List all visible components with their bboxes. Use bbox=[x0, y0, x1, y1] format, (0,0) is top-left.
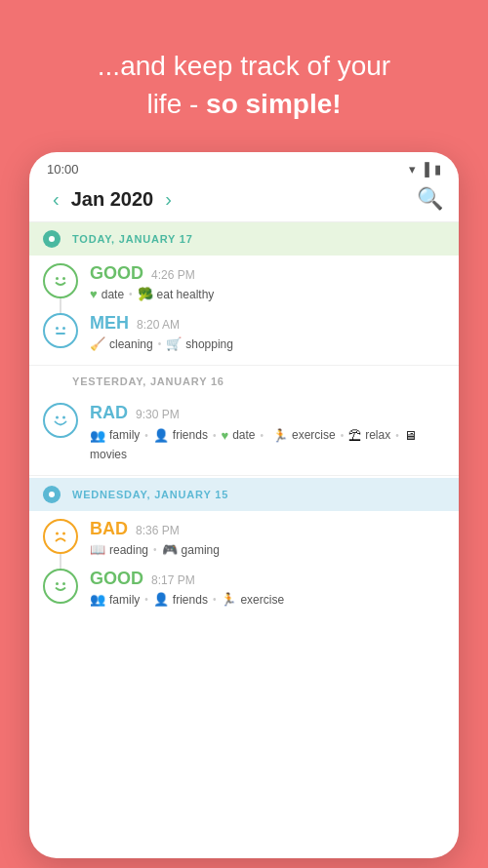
status-icons: ▾ ▐ ▮ bbox=[409, 162, 441, 177]
entry-good-1: GOOD 4:26 PM ♥ date • 🥦 eat healthy bbox=[43, 256, 445, 305]
mood-icon-good bbox=[43, 263, 78, 298]
entry-mood-label-good-2: GOOD bbox=[90, 569, 143, 589]
day-section-yesterday: YESTERDAY, JANUARY 16 RAD bbox=[29, 368, 459, 473]
tag-icon-gaming: 🎮 bbox=[162, 542, 178, 557]
scroll-area[interactable]: TODAY, JANUARY 17 GOOD bbox=[29, 222, 459, 858]
tag-icon-family: 👥 bbox=[90, 428, 105, 443]
tag-icon-family2: 👥 bbox=[90, 592, 105, 607]
day-header-wednesday: WEDNESDAY, JANUARY 15 bbox=[29, 478, 459, 511]
tag-exercise: exercise bbox=[292, 428, 336, 442]
svg-point-1 bbox=[62, 277, 65, 280]
tag-date2: date bbox=[232, 428, 255, 442]
tag-icon-shopping: 🛒 bbox=[166, 336, 182, 351]
svg-point-3 bbox=[62, 327, 65, 330]
nav-bar: ‹ Jan 2020 › 🔍 bbox=[29, 180, 459, 222]
entry-mood-label-good: GOOD bbox=[90, 263, 143, 284]
entry-rad-1: RAD 9:30 PM 👥 family • 👤 friends • ♥ dat… bbox=[43, 395, 445, 465]
entry-good-2: GOOD 8:17 PM 👥 family • 👤 friends • 🏃 ex… bbox=[43, 561, 445, 611]
tag-icon-relax: ⛱ bbox=[348, 428, 361, 443]
tag-sep-rd: • bbox=[153, 544, 157, 555]
hero-text-line2: life - so simple! bbox=[146, 89, 341, 119]
svg-point-5 bbox=[56, 416, 59, 419]
svg-point-9 bbox=[56, 582, 59, 585]
entry-tags-bad: 📖 reading • 🎮 gaming bbox=[90, 542, 445, 557]
svg-point-10 bbox=[62, 582, 65, 585]
tag-separator-1: • bbox=[129, 289, 133, 299]
entries-yesterday: RAD 9:30 PM 👥 family • 👤 friends • ♥ dat… bbox=[29, 395, 459, 473]
tag-gaming: gaming bbox=[182, 543, 220, 557]
tag-exercise2: exercise bbox=[240, 593, 284, 607]
day-section-today: TODAY, JANUARY 17 GOOD bbox=[29, 222, 459, 363]
wifi-icon: ▾ bbox=[409, 162, 416, 177]
svg-point-8 bbox=[62, 533, 65, 535]
day-section-wednesday: WEDNESDAY, JANUARY 15 BAD bbox=[29, 478, 459, 618]
tag-friends2: friends bbox=[173, 593, 208, 607]
next-month-button[interactable]: › bbox=[157, 188, 180, 211]
today-label: TODAY, JANUARY 17 bbox=[72, 233, 193, 245]
tag-relax: relax bbox=[365, 428, 390, 442]
tag-date: date bbox=[102, 288, 124, 301]
tag-sep-d: • bbox=[260, 430, 264, 441]
nav-center: ‹ Jan 2020 › bbox=[45, 188, 180, 211]
battery-icon: ▮ bbox=[434, 162, 441, 177]
entry-content-meh-1: MEH 8:20 AM 🧹 cleaning • 🛒 shopping bbox=[90, 313, 445, 351]
tag-icon-exercise2: 🏃 bbox=[221, 592, 236, 607]
tag-cleaning: cleaning bbox=[109, 337, 153, 351]
status-bar: 10:00 ▾ ▐ ▮ bbox=[29, 152, 459, 180]
entry-tags-good: ♥ date • 🥦 eat healthy bbox=[90, 287, 445, 301]
entry-content-rad-1: RAD 9:30 PM 👥 family • 👤 friends • ♥ dat… bbox=[90, 403, 445, 461]
entry-content-good-1: GOOD 4:26 PM ♥ date • 🥦 eat healthy bbox=[90, 263, 445, 301]
entry-mood-label-bad: BAD bbox=[90, 519, 128, 539]
svg-point-7 bbox=[56, 533, 59, 535]
entry-content-good-2: GOOD 8:17 PM 👥 family • 👤 friends • 🏃 ex… bbox=[90, 569, 445, 607]
entry-meh-1: MEH 8:20 AM 🧹 cleaning • 🛒 shopping bbox=[43, 305, 445, 355]
entries-wednesday: BAD 8:36 PM 📖 reading • 🎮 gaming bbox=[29, 511, 459, 618]
entry-time-rad: 9:30 PM bbox=[136, 408, 180, 421]
tag-sep-f: • bbox=[144, 430, 148, 441]
day-header-today: TODAY, JANUARY 17 bbox=[29, 222, 459, 256]
tag-family: family bbox=[109, 428, 140, 442]
entries-today: GOOD 4:26 PM ♥ date • 🥦 eat healthy bbox=[29, 256, 459, 363]
yesterday-label: YESTERDAY, JANUARY 16 bbox=[72, 375, 224, 387]
tag-family2: family bbox=[109, 593, 140, 607]
tag-icon-exercise: 🏃 bbox=[272, 428, 288, 443]
hero-text-line1: ...and keep track of your bbox=[98, 51, 390, 81]
search-button[interactable]: 🔍 bbox=[417, 186, 443, 212]
entry-mood-label-rad: RAD bbox=[90, 403, 128, 423]
mood-icon-good-2 bbox=[43, 569, 78, 604]
today-dot bbox=[43, 230, 61, 248]
tag-shopping: shopping bbox=[185, 337, 233, 351]
entry-tags-good-2: 👥 family • 👤 friends • 🏃 exercise bbox=[90, 592, 445, 607]
tag-separator-2: • bbox=[158, 338, 162, 349]
day-header-yesterday: YESTERDAY, JANUARY 16 bbox=[29, 368, 459, 395]
tag-icon-friends: 👤 bbox=[153, 428, 169, 443]
entry-bad-1: BAD 8:36 PM 📖 reading • 🎮 gaming bbox=[43, 511, 445, 561]
tag-icon-date2: ♥ bbox=[221, 428, 228, 443]
signal-icon: ▐ bbox=[421, 162, 429, 177]
tag-sep-f2: • bbox=[144, 594, 148, 605]
tag-sep-fr2: • bbox=[213, 594, 217, 605]
phone-mockup: 10:00 ▾ ▐ ▮ ‹ Jan 2020 › 🔍 TODAY, JANUAR… bbox=[29, 152, 459, 858]
entry-time-good-2: 8:17 PM bbox=[151, 573, 195, 587]
tag-icon-movies: 🖥 bbox=[404, 428, 417, 443]
tag-healthy: eat healthy bbox=[157, 288, 215, 301]
tag-icon-date: ♥ bbox=[90, 287, 98, 301]
tag-icon-cleaning: 🧹 bbox=[90, 336, 105, 351]
wednesday-label: WEDNESDAY, JANUARY 15 bbox=[72, 489, 228, 500]
entry-tags-meh: 🧹 cleaning • 🛒 shopping bbox=[90, 336, 445, 351]
current-month-label: Jan 2020 bbox=[71, 188, 154, 211]
tag-sep-fr: • bbox=[213, 430, 217, 441]
tag-movies: movies bbox=[90, 448, 127, 461]
entry-content-bad-1: BAD 8:36 PM 📖 reading • 🎮 gaming bbox=[90, 519, 445, 557]
tag-icon-healthy: 🥦 bbox=[138, 287, 153, 301]
mood-icon-meh bbox=[43, 313, 78, 348]
prev-month-button[interactable]: ‹ bbox=[45, 188, 67, 211]
tag-reading: reading bbox=[109, 543, 148, 557]
entry-mood-label-meh: MEH bbox=[90, 313, 129, 334]
entry-time-bad: 8:36 PM bbox=[136, 524, 180, 537]
tag-icon-reading: 📖 bbox=[90, 542, 105, 557]
tag-friends: friends bbox=[173, 428, 208, 442]
entry-time-good: 4:26 PM bbox=[151, 268, 195, 282]
mood-icon-bad bbox=[43, 519, 78, 554]
hero-section: ...and keep track of your life - so simp… bbox=[68, 0, 420, 152]
